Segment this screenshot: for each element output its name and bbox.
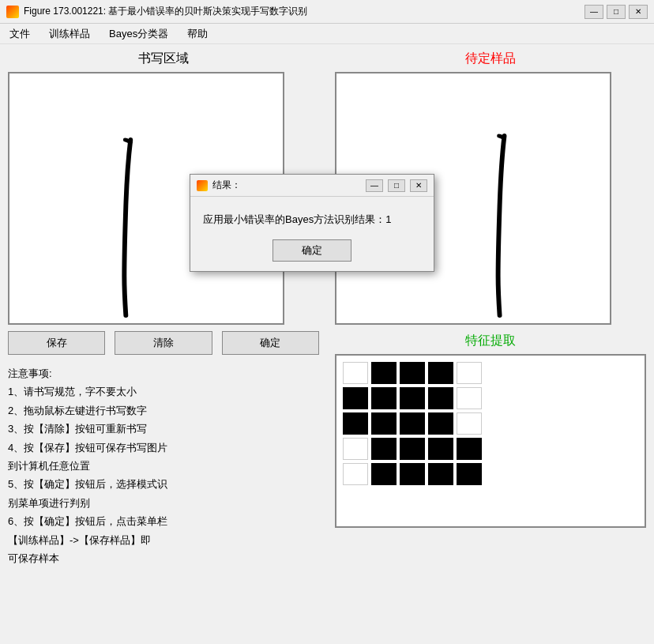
dialog-title: 结果： — [212, 179, 361, 192]
result-dialog: 结果： — □ ✕ 应用最小错误率的Bayes方法识别结果：1 确定 — [190, 174, 434, 272]
dialog-close-button[interactable]: ✕ — [410, 179, 427, 192]
dialog-button-row: 确定 — [203, 239, 421, 262]
dialog-confirm-button[interactable]: 确定 — [272, 239, 351, 262]
dialog-message: 应用最小错误率的Bayes方法识别结果：1 — [203, 213, 421, 227]
dialog-icon — [197, 180, 208, 191]
dialog-body: 应用最小错误率的Bayes方法识别结果：1 确定 — [190, 197, 434, 271]
dialog-overlay: 结果： — □ ✕ 应用最小错误率的Bayes方法识别结果：1 确定 — [0, 0, 654, 644]
dialog-minimize-button[interactable]: — — [366, 179, 383, 192]
dialog-title-bar: 结果： — □ ✕ — [190, 175, 434, 197]
dialog-restore-button[interactable]: □ — [388, 179, 405, 192]
